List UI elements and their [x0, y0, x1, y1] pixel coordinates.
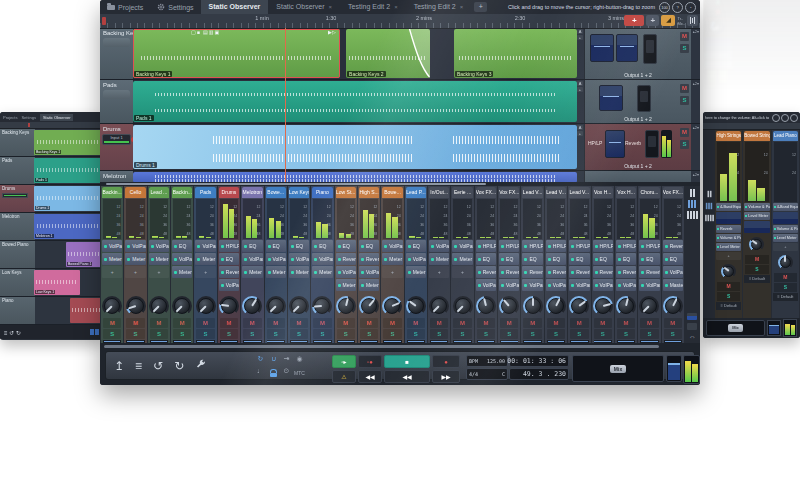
- mixer-sliders-icon[interactable]: [687, 15, 698, 26]
- channel-name-label[interactable]: Choru...: [639, 187, 659, 198]
- channel-volume-fader[interactable]: [384, 341, 401, 342]
- channel-solo-button[interactable]: S: [126, 329, 144, 339]
- right-strip-high-strings[interactable]: High Strings12244-Band EqualiserReverbVo…: [715, 130, 742, 318]
- channel-solo-button[interactable]: S: [500, 329, 518, 339]
- right-plugin-slot[interactable]: [744, 221, 769, 233]
- plugin-slot-eq[interactable]: EQ: [359, 240, 379, 252]
- channel-volume-fader[interactable]: [618, 341, 635, 342]
- track-lane[interactable]: Pads 1: [133, 80, 577, 123]
- channel-volume-fader[interactable]: [665, 341, 682, 342]
- plugin-slot-hplp[interactable]: HP/LP: [593, 240, 613, 252]
- plugin-slot-reverb[interactable]: Reverb: [499, 266, 519, 278]
- channel-name-label[interactable]: Low St...: [336, 187, 356, 198]
- track-zoom-widget[interactable]: ▴2▾: [693, 29, 699, 34]
- channel-name-label[interactable]: Vox H...: [616, 187, 636, 198]
- mtc-label[interactable]: MTC: [293, 367, 306, 379]
- right-plugin-slot[interactable]: Level Meter: [744, 212, 769, 220]
- right-plugin-slot[interactable]: Volume & Pan Plugin: [716, 234, 741, 242]
- tab-close-icon[interactable]: ×: [460, 0, 464, 14]
- mixer-channel-4[interactable]: Backin...12243648EQVolPanMeterMS: [171, 186, 193, 343]
- plugin-slot-eq[interactable]: EQ: [266, 240, 286, 252]
- channel-mute-button[interactable]: M: [453, 318, 471, 328]
- solo-button[interactable]: S: [680, 140, 689, 149]
- plugin-slot-reverb[interactable]: Reverb: [569, 266, 589, 278]
- mixer-channel-6[interactable]: Drums12243648HP/LPEQReverbVolPanMS: [218, 186, 240, 343]
- channel-volume-fader[interactable]: [314, 341, 331, 342]
- channel-volume-fader[interactable]: [127, 341, 144, 342]
- plugin-slot-eq[interactable]: EQ: [522, 253, 542, 265]
- pan-knob[interactable]: [219, 296, 239, 316]
- right-pan-knob[interactable]: [749, 237, 764, 252]
- plugin-slot-reverb[interactable]: Reverb: [616, 266, 636, 278]
- channel-volume-fader[interactable]: [641, 341, 658, 342]
- plugin-slot-hplp[interactable]: HP/LP: [616, 240, 636, 252]
- channel-mute-button[interactable]: M: [640, 318, 658, 328]
- redo-icon[interactable]: ↻: [174, 359, 184, 373]
- right-pan-knob[interactable]: [778, 255, 793, 270]
- right-badge-1[interactable]: [772, 114, 780, 122]
- channel-solo-button[interactable]: S: [267, 329, 285, 339]
- channel-volume-fader[interactable]: [548, 341, 565, 342]
- plugin-slot-volpan[interactable]: VolPan: [663, 266, 683, 278]
- channel-mute-button[interactable]: M: [337, 318, 355, 328]
- channel-solo-button[interactable]: S: [407, 329, 425, 339]
- plugin-slot-[interactable]: +: [195, 266, 215, 278]
- plugin-slot-[interactable]: +: [125, 266, 145, 278]
- pan-knob[interactable]: [593, 296, 613, 316]
- channel-solo-button[interactable]: S: [547, 329, 565, 339]
- warning-button[interactable]: ⚠: [332, 370, 356, 383]
- plugin-slot-[interactable]: +: [102, 266, 122, 278]
- left-settings-label[interactable]: Settings: [21, 115, 35, 120]
- channel-solo-button[interactable]: S: [337, 329, 355, 339]
- track-output-panel[interactable]: MSOutput 1 + 2: [584, 28, 691, 79]
- pan-knob[interactable]: [499, 296, 519, 316]
- channel-volume-fader[interactable]: [571, 341, 588, 342]
- clip-pads-1[interactable]: Pads 1: [133, 81, 577, 122]
- channel-mute-button[interactable]: M: [360, 318, 378, 328]
- bpm-display[interactable]: BPM125.00: [466, 355, 508, 367]
- channel-mute-button[interactable]: M: [220, 318, 238, 328]
- mixer-channel-19[interactable]: Lead V...12243648HP/LPEQReverbVolPanMS: [521, 186, 543, 343]
- plugin-slot-volpan[interactable]: VolPan: [569, 279, 589, 291]
- right-default-button[interactable]: ≡ Default: [773, 293, 798, 301]
- plugin-slot-meter[interactable]: Meter: [359, 279, 379, 291]
- clip-tool-icons[interactable]: ▢■ ▤▥▣: [191, 29, 220, 35]
- plugin-slot-volpan[interactable]: VolPan: [195, 240, 215, 252]
- plugin-slot-eq[interactable]: EQ: [499, 253, 519, 265]
- mixer-meters-icon[interactable]: [687, 313, 697, 320]
- plugin-slot-volpan[interactable]: VolPan: [219, 279, 239, 291]
- right-default-button[interactable]: ≡ Default: [744, 275, 769, 283]
- channel-mute-button[interactable]: M: [547, 318, 565, 328]
- plugin-slot-meter[interactable]: Meter: [266, 266, 286, 278]
- track-zoom-widget[interactable]: ▴2▾: [693, 172, 699, 177]
- channel-solo-button[interactable]: S: [313, 329, 331, 339]
- channel-name-label[interactable]: Vox FX...: [663, 187, 683, 198]
- pan-knob[interactable]: [663, 296, 683, 316]
- channel-solo-button[interactable]: S: [453, 329, 471, 339]
- channel-solo-button[interactable]: S: [640, 329, 658, 339]
- channel-solo-button[interactable]: S: [243, 329, 261, 339]
- stop-button[interactable]: ■: [384, 355, 430, 368]
- track-header-tab[interactable]: [103, 38, 130, 47]
- channel-volume-fader[interactable]: [244, 341, 261, 342]
- track-header[interactable]: Backing Keys: [100, 28, 134, 79]
- plugin-slot-hplp[interactable]: HP/LP: [522, 240, 542, 252]
- click-icon[interactable]: ◉: [293, 355, 306, 367]
- mixer-channel-1[interactable]: Backin...12243648VolPanMeter+MS: [101, 186, 123, 343]
- clip-play-icons[interactable]: ▶▷: [328, 29, 336, 35]
- channel-name-label[interactable]: Lead V...: [569, 187, 589, 198]
- solo-button[interactable]: S: [680, 44, 689, 53]
- play-from-start-button[interactable]: ▫▸: [332, 355, 356, 368]
- pan-knob[interactable]: [639, 296, 659, 316]
- mixer-view-mode-icon-1[interactable]: [690, 189, 695, 197]
- channel-mute-button[interactable]: M: [290, 318, 308, 328]
- left-projects-label[interactable]: Projects: [3, 115, 17, 120]
- timeline-ruler[interactable]: 1 min1:302 mins2:303 mins ++◢Tr..Mx..: [100, 14, 700, 29]
- mixer-view-mode-icon-3[interactable]: [687, 211, 698, 219]
- channel-solo-button[interactable]: S: [150, 329, 168, 339]
- plugin-slot-reverb[interactable]: Reverb: [663, 240, 683, 252]
- right-master-fader[interactable]: [767, 320, 781, 336]
- mute-button[interactable]: M: [680, 84, 689, 93]
- channel-name-label[interactable]: Vox FX...: [476, 187, 496, 198]
- mixer-channel-2[interactable]: Cello12243648VolPanMeter+MS: [124, 186, 146, 343]
